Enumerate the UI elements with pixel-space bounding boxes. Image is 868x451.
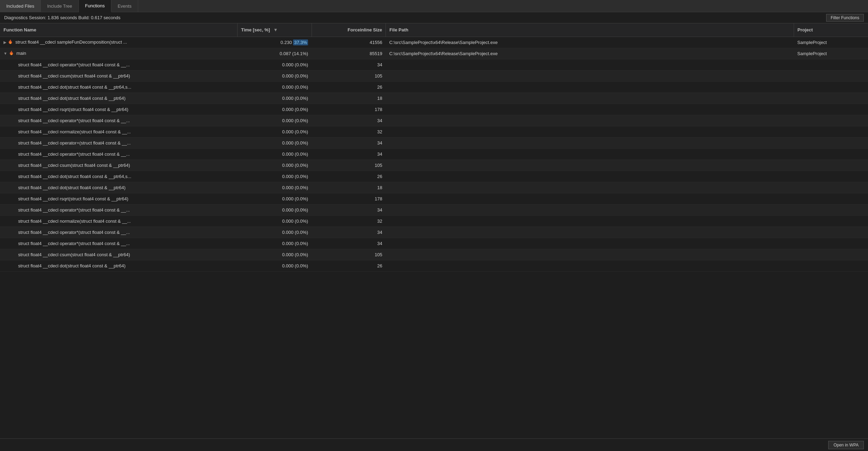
table-row[interactable]: ▼ main0.087 (14.1%)85519C:\src\SamplePro… (0, 48, 868, 59)
time-value: 0.000 (0.0%) (282, 252, 308, 257)
table-row[interactable]: struct float4 __cdecl dot(struct float4 … (0, 260, 868, 271)
function-name: struct float4 __cdecl csum(struct float4… (18, 252, 130, 257)
cell-path (386, 260, 794, 271)
tab-included-files[interactable]: Included Files (0, 0, 41, 12)
cell-force: 18 (312, 182, 386, 193)
table-row[interactable]: struct float4 __cdecl operator*(struct f… (0, 115, 868, 126)
tab-include-tree[interactable]: Include Tree (41, 0, 79, 12)
table-row[interactable]: struct float4 __cdecl normalize(struct f… (0, 126, 868, 137)
time-value: 0.000 (0.0%) (282, 84, 308, 90)
expand-icon[interactable]: ▶ (3, 40, 6, 45)
time-value: 0.000 (0.0%) (282, 163, 308, 168)
tab-functions[interactable]: Functions (79, 0, 111, 12)
table-row[interactable]: struct float4 __cdecl operator*(struct f… (0, 148, 868, 160)
table-row[interactable]: struct float4 __cdecl dot(struct float4 … (0, 81, 868, 93)
function-name: struct float4 __cdecl rsqrt(struct float… (18, 107, 128, 112)
table-row[interactable]: struct float4 __cdecl operator*(struct f… (0, 227, 868, 238)
time-value: 0.000 (0.0%) (282, 129, 308, 134)
cell-time: 0.000 (0.0%) (237, 238, 312, 249)
table-row[interactable]: struct float4 __cdecl csum(struct float4… (0, 249, 868, 260)
function-name: struct float4 __cdecl operator+(struct f… (18, 140, 131, 146)
collapse-icon[interactable]: ▼ (3, 51, 7, 56)
function-name: struct float4 __cdecl dot(struct float4 … (18, 84, 131, 90)
cell-force: 178 (312, 104, 386, 115)
table-row[interactable]: struct float4 __cdecl normalize(struct f… (0, 215, 868, 227)
time-value: 0.000 (0.0%) (282, 174, 308, 179)
cell-project (794, 182, 868, 193)
cell-path (386, 160, 794, 171)
column-header-name[interactable]: Function Name (0, 23, 237, 37)
time-value: 0.000 (0.0%) (282, 219, 308, 224)
cell-name: struct float4 __cdecl csum(struct float4… (0, 70, 237, 81)
cell-force: 26 (312, 260, 386, 271)
table-row[interactable]: struct float4 __cdecl rsqrt(struct float… (0, 104, 868, 115)
cell-time: 0.000 (0.0%) (237, 93, 312, 104)
cell-project (794, 137, 868, 148)
cell-project (794, 160, 868, 171)
cell-time: 0.000 (0.0%) (237, 215, 312, 227)
cell-project (794, 227, 868, 238)
column-header-path[interactable]: File Path (386, 23, 794, 37)
function-name: struct float4 __cdecl dot(struct float4 … (18, 263, 126, 268)
cell-name: struct float4 __cdecl rsqrt(struct float… (0, 104, 237, 115)
cell-project (794, 104, 868, 115)
function-name: main (16, 51, 26, 56)
cell-project (794, 204, 868, 215)
cell-time: 0.000 (0.0%) (237, 126, 312, 137)
cell-path: C:\src\SampleProject\x64\Release\SampleP… (386, 37, 794, 48)
open-in-wpa-button[interactable]: Open in WPA (828, 441, 864, 449)
filter-functions-button[interactable]: Filter Functions (826, 14, 864, 22)
cell-project (794, 260, 868, 271)
table-row[interactable]: ▶ struct float4 __cdecl sampleFunDecompo… (0, 37, 868, 48)
table-row[interactable]: struct float4 __cdecl dot(struct float4 … (0, 93, 868, 104)
cell-name: struct float4 __cdecl operator+(struct f… (0, 137, 237, 148)
time-value: 0.230 (280, 40, 293, 45)
cell-path (386, 249, 794, 260)
cell-name: struct float4 __cdecl normalize(struct f… (0, 215, 237, 227)
cell-force: 34 (312, 137, 386, 148)
table-row[interactable]: struct float4 __cdecl operator*(struct f… (0, 204, 868, 215)
cell-path (386, 204, 794, 215)
cell-name: struct float4 __cdecl dot(struct float4 … (0, 81, 237, 93)
cell-force: 34 (312, 148, 386, 160)
time-value: 0.000 (0.0%) (282, 207, 308, 213)
time-value: 0.000 (0.0%) (282, 230, 308, 235)
column-header-time[interactable]: Time [sec, %] ▼ (237, 23, 312, 37)
column-header-project[interactable]: Project (794, 23, 868, 37)
table-row[interactable]: struct float4 __cdecl operator*(struct f… (0, 238, 868, 249)
function-name: struct float4 __cdecl csum(struct float4… (18, 163, 130, 168)
table-row[interactable]: struct float4 __cdecl csum(struct float4… (0, 160, 868, 171)
cell-project (794, 115, 868, 126)
functions-table-container: Function Name Time [sec, %] ▼ Forceinlin… (0, 23, 868, 438)
table-row[interactable]: struct float4 __cdecl dot(struct float4 … (0, 182, 868, 193)
cell-time: 0.000 (0.0%) (237, 137, 312, 148)
table-row[interactable]: struct float4 __cdecl dot(struct float4 … (0, 171, 868, 182)
function-name: struct float4 __cdecl dot(struct float4 … (18, 185, 126, 190)
cell-force: 18 (312, 93, 386, 104)
cell-path (386, 59, 794, 70)
cell-path (386, 227, 794, 238)
column-header-force[interactable]: Forceinline Size (312, 23, 386, 37)
function-name: struct float4 __cdecl operator*(struct f… (18, 207, 130, 213)
cell-time: 0.000 (0.0%) (237, 227, 312, 238)
table-row[interactable]: struct float4 __cdecl operator+(struct f… (0, 137, 868, 148)
pct-highlight: 37.3% (293, 39, 308, 45)
time-value: 0.087 (14.1%) (279, 51, 308, 56)
table-row[interactable]: struct float4 __cdecl rsqrt(struct float… (0, 193, 868, 204)
table-row[interactable]: struct float4 __cdecl csum(struct float4… (0, 70, 868, 81)
cell-force: 105 (312, 70, 386, 81)
cell-force: 34 (312, 204, 386, 215)
cell-time: 0.000 (0.0%) (237, 260, 312, 271)
cell-path (386, 171, 794, 182)
cell-path (386, 93, 794, 104)
cell-force: 26 (312, 81, 386, 93)
cell-name: struct float4 __cdecl dot(struct float4 … (0, 93, 237, 104)
cell-name: struct float4 __cdecl operator*(struct f… (0, 59, 237, 70)
cell-project (794, 70, 868, 81)
cell-time: 0.000 (0.0%) (237, 182, 312, 193)
cell-force: 26 (312, 171, 386, 182)
table-row[interactable]: struct float4 __cdecl operator*(struct f… (0, 59, 868, 70)
cell-name: struct float4 __cdecl operator*(struct f… (0, 115, 237, 126)
tab-events[interactable]: Events (111, 0, 138, 12)
cell-name: struct float4 __cdecl operator*(struct f… (0, 227, 237, 238)
